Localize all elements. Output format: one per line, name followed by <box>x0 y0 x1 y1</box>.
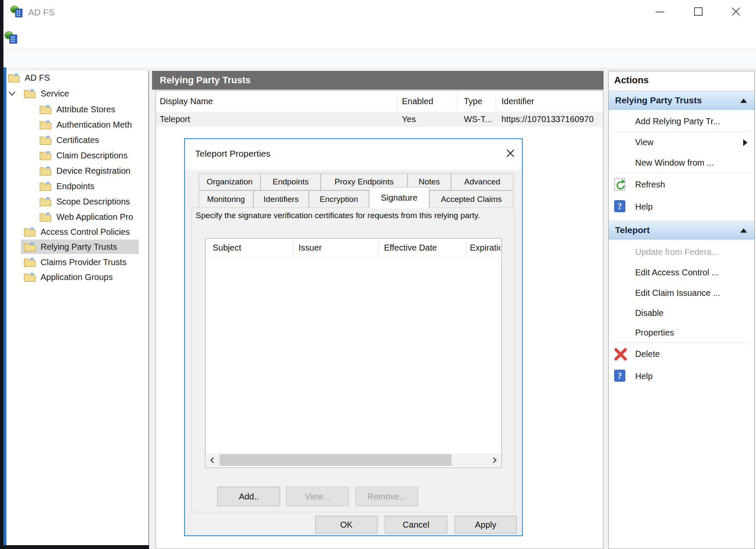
action-delete[interactable]: Delete <box>609 343 754 365</box>
column-separator[interactable] <box>397 92 398 111</box>
actions-panel: Actions Relying Party Trusts Add Relying… <box>608 71 755 549</box>
scroll-left-button[interactable] <box>206 453 219 467</box>
action-label: View <box>635 137 653 147</box>
action-help-teleport[interactable]: ? Help <box>609 365 754 387</box>
window-edge-bottom <box>0 545 149 549</box>
section-header-relying-party-trusts[interactable]: Relying Party Trusts <box>609 91 754 110</box>
delete-icon <box>614 348 627 361</box>
action-help[interactable]: ? Help <box>609 196 754 218</box>
folder-icon <box>23 227 36 237</box>
tree-item-label: Device Registration <box>56 166 130 176</box>
tab-identifiers[interactable]: Identifiers <box>253 190 309 208</box>
tree-item-adfs[interactable]: AD FS <box>8 70 50 85</box>
horizontal-scrollbar[interactable] <box>206 453 501 467</box>
tree-item-claims-provider-trusts[interactable]: Claims Provider Trusts <box>23 255 148 269</box>
cert-column-subject[interactable]: Subject <box>213 239 241 257</box>
tree-item-access-control-policies[interactable]: Access Control Policies <box>23 225 148 239</box>
column-separator <box>466 239 466 256</box>
tree-item-label: Application Groups <box>41 272 113 282</box>
cert-column-effective-date[interactable]: Effective Date <box>384 239 437 257</box>
column-separator <box>293 239 293 256</box>
action-label: Delete <box>635 349 660 359</box>
actions-panel-title: Actions <box>614 75 649 86</box>
action-edit-claim-issuance-policy[interactable]: Edit Claim Issuance ... <box>609 283 754 303</box>
action-view[interactable]: View <box>609 132 754 152</box>
tree-item-claim-descriptions[interactable]: Claim Descriptions <box>39 148 147 163</box>
folder-icon <box>23 257 36 267</box>
folder-icon <box>39 120 52 130</box>
tree-item-label: Service <box>41 89 69 99</box>
action-update-from-federation: Update from Federa... <box>609 242 754 262</box>
cancel-button[interactable]: Cancel <box>385 516 447 534</box>
maximize-button[interactable] <box>689 5 708 18</box>
tree-item-scope-descriptions[interactable]: Scope Descriptions <box>39 194 147 209</box>
collapse-chevron-icon[interactable] <box>740 228 747 233</box>
tree-item-device-registration[interactable]: Device Registration <box>39 164 147 178</box>
dialog-title: Teleport Properties <box>195 149 270 159</box>
action-disable[interactable]: Disable <box>609 303 754 323</box>
chevron-down-icon[interactable] <box>8 90 16 97</box>
tab-signature[interactable]: Signature <box>369 187 429 208</box>
add-button[interactable]: Add.. <box>217 487 280 506</box>
dialog-close-button[interactable] <box>503 146 518 161</box>
action-label: Help <box>635 202 653 212</box>
tree-item-endpoints[interactable]: Endpoints <box>39 179 147 193</box>
tab-advanced[interactable]: Advanced <box>451 173 513 190</box>
tree-item-label: Claims Provider Trusts <box>41 257 126 267</box>
apply-button[interactable]: Apply <box>454 516 517 534</box>
tree-item-certificates[interactable]: Certificates <box>39 133 147 147</box>
column-header-identifier[interactable]: Identifier <box>501 91 534 111</box>
maximize-icon <box>693 6 704 17</box>
view-button[interactable]: View... <box>286 487 349 506</box>
tree-item-label: Attribute Stores <box>56 105 115 114</box>
folder-icon <box>23 272 36 282</box>
cert-column-issuer[interactable]: Issuer <box>299 239 322 257</box>
cert-column-expiration[interactable]: Expiration <box>470 239 501 257</box>
ok-button[interactable]: OK <box>315 516 378 534</box>
column-header-enabled[interactable]: Enabled <box>402 91 433 111</box>
tab-encryption[interactable]: Encryption <box>309 190 369 208</box>
tree-item-service[interactable]: Service <box>8 86 69 101</box>
cell-type[interactable]: WS-T... <box>464 112 492 127</box>
remove-button[interactable]: Remove... <box>355 487 418 506</box>
column-header-display-name[interactable]: Display Name <box>160 91 213 111</box>
svg-text:?: ? <box>618 371 622 380</box>
column-separator[interactable] <box>495 92 496 111</box>
tab-accepted-claims[interactable]: Accepted Claims <box>429 190 513 208</box>
scroll-right-button[interactable] <box>488 453 501 467</box>
tree-item-relying-party-trusts[interactable]: Relying Party Trusts <box>21 239 139 254</box>
column-header-type[interactable]: Type <box>464 91 482 111</box>
tree-item-application-groups[interactable]: Application Groups <box>23 270 148 284</box>
action-add-relying-party-trust[interactable]: Add Relying Party Tr... <box>609 111 754 131</box>
tab-endpoints[interactable]: Endpoints <box>261 173 321 190</box>
action-label: Update from Federa... <box>635 247 719 257</box>
cell-enabled[interactable]: Yes <box>402 112 416 127</box>
cell-identifier[interactable]: https://10701337160970 <box>501 112 603 127</box>
close-button[interactable] <box>726 5 746 18</box>
content-panel-header: Relying Party Trusts <box>152 71 604 90</box>
window-edge-accent <box>3 67 6 549</box>
section-header-teleport[interactable]: Teleport <box>609 221 754 239</box>
tree-item-label: Scope Descriptions <box>56 197 130 207</box>
action-refresh[interactable]: Refresh <box>609 173 754 196</box>
tab-monitoring[interactable]: Monitoring <box>199 190 253 208</box>
action-properties[interactable]: Properties <box>609 323 754 342</box>
column-separator[interactable] <box>457 92 457 111</box>
minimize-button[interactable] <box>650 5 670 18</box>
tab-organization[interactable]: Organization <box>199 173 261 190</box>
cell-display-name[interactable]: Teleport <box>160 112 190 127</box>
action-edit-access-control-policy[interactable]: Edit Access Control ... <box>609 262 754 283</box>
action-label: Help <box>635 371 653 381</box>
collapse-chevron-icon[interactable] <box>740 99 747 103</box>
tree-item-label: Authentication Meth <box>56 120 132 130</box>
tree-item-authentication-methods[interactable]: Authentication Meth <box>39 117 147 132</box>
scrollbar-thumb[interactable] <box>220 454 451 466</box>
action-new-window[interactable]: New Window from ... <box>609 152 754 173</box>
action-label: Edit Claim Issuance ... <box>635 288 720 298</box>
tree-item-attribute-stores[interactable]: Attribute Stores <box>39 102 147 117</box>
tree-item-web-application-proxy[interactable]: Web Application Pro <box>39 210 147 224</box>
chevron-left-icon <box>210 457 215 464</box>
folder-icon <box>39 135 52 145</box>
action-label: Add Relying Party Tr... <box>635 117 720 126</box>
folder-icon <box>39 150 52 161</box>
